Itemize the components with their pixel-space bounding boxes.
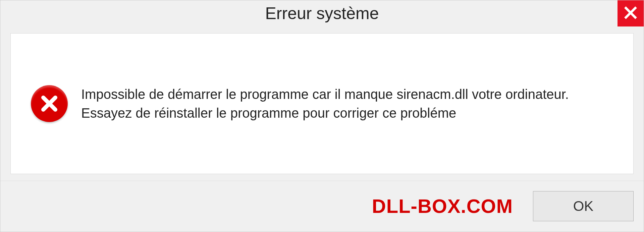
titlebar: Erreur système (0, 0, 644, 26)
error-message: Impossible de démarrer le programme car … (81, 85, 613, 122)
close-button[interactable] (618, 0, 644, 26)
brand-label: DLL-BOX.COM (372, 195, 513, 217)
close-icon (624, 6, 637, 21)
content-panel: Impossible de démarrer le programme car … (10, 33, 634, 174)
ok-button-label: OK (573, 198, 594, 214)
error-dialog: Erreur système Impossible de démarrer le… (0, 0, 644, 232)
footer: DLL-BOX.COM OK (0, 181, 644, 231)
window-title: Erreur système (265, 4, 379, 23)
ok-button[interactable]: OK (533, 191, 634, 221)
error-icon (31, 85, 68, 122)
